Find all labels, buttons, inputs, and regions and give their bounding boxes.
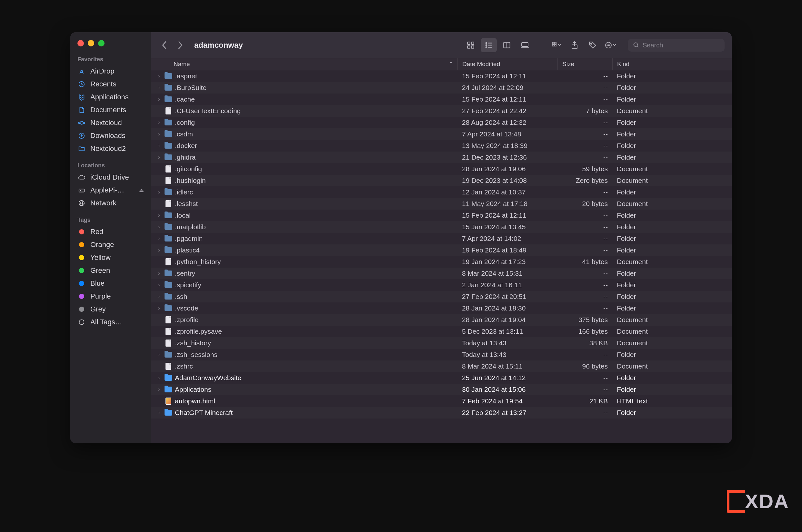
file-row[interactable]: › ChatGPT Minecraft 22 Feb 2024 at 13:27… [151,407,732,418]
disclosure-icon[interactable]: › [156,224,162,230]
sidebar-all-tags[interactable]: All Tags… [70,316,151,328]
disclosure-icon[interactable]: › [156,375,162,381]
sidebar-item-icloud-drive[interactable]: iCloud Drive [70,171,151,184]
gallery-view-button[interactable] [517,38,533,52]
column-view-button[interactable] [499,38,515,52]
sidebar-tag-grey[interactable]: Grey [70,303,151,316]
share-button[interactable] [566,38,583,52]
file-row[interactable]: .CFUserTextEncoding 27 Feb 2024 at 22:42… [151,105,732,117]
file-row[interactable]: › .sentry 8 Mar 2024 at 15:31 -- Folder [151,268,732,279]
disclosure-icon[interactable]: › [156,386,162,393]
disclosure-icon[interactable]: › [156,305,162,311]
file-row[interactable]: › .idlerc 12 Jan 2024 at 10:37 -- Folder [151,186,732,198]
file-size: -- [558,130,612,138]
forward-button[interactable] [173,39,186,52]
sidebar-item-nextcloud2[interactable]: Nextcloud2 [70,142,151,155]
action-menu-button[interactable] [603,38,619,52]
sidebar-tag-green[interactable]: Green [70,264,151,277]
file-row[interactable]: › .pgadmin 7 Apr 2024 at 14:02 -- Folder [151,233,732,244]
file-row[interactable]: › .spicetify 2 Jan 2024 at 16:11 -- Fold… [151,279,732,291]
svg-rect-26 [552,44,554,46]
file-row[interactable]: › .zsh_sessions Today at 13:43 -- Folder [151,349,732,360]
file-list[interactable]: › .aspnet 15 Feb 2024 at 12:11 -- Folder… [151,70,732,443]
eject-icon[interactable]: ⏏ [139,187,144,193]
column-name[interactable]: Name⌃ [151,61,458,68]
fullscreen-window-button[interactable] [98,40,105,46]
list-view-button[interactable] [481,38,497,52]
globe-icon [77,199,86,207]
sidebar-tag-yellow[interactable]: Yellow [70,251,151,264]
disclosure-icon[interactable]: › [156,410,162,416]
file-row[interactable]: .zshrc 8 Mar 2024 at 15:11 96 bytes Docu… [151,360,732,372]
sidebar-tag-purple[interactable]: Purple [70,290,151,303]
file-row[interactable]: › .docker 13 May 2024 at 18:39 -- Folder [151,140,732,152]
column-kind[interactable]: Kind [612,58,732,70]
sidebar-item-documents[interactable]: Documents [70,103,151,116]
disclosure-icon[interactable]: › [156,120,162,126]
disclosure-icon[interactable]: › [156,282,162,288]
file-row[interactable]: › .ssh 27 Feb 2024 at 20:51 -- Folder [151,291,732,302]
search-input[interactable] [642,42,720,49]
file-row[interactable]: › .BurpSuite 24 Jul 2024 at 22:09 -- Fol… [151,82,732,94]
close-window-button[interactable] [77,40,84,46]
file-row[interactable]: .gitconfig 28 Jan 2024 at 19:06 59 bytes… [151,163,732,175]
file-name: .hushlogin [175,177,206,185]
file-row[interactable]: .hushlogin 19 Dec 2023 at 14:08 Zero byt… [151,175,732,186]
file-row[interactable]: › .csdm 7 Apr 2024 at 13:48 -- Folder [151,128,732,140]
svg-point-34 [634,43,638,47]
sidebar-item-network[interactable]: Network [70,197,151,210]
sidebar-item-downloads[interactable]: Downloads [70,129,151,142]
file-row[interactable]: .python_history 19 Jan 2024 at 17:23 41 … [151,256,732,268]
file-row[interactable]: › .matplotlib 15 Jan 2024 at 13:45 -- Fo… [151,221,732,233]
file-row[interactable]: › .local 15 Feb 2024 at 12:11 -- Folder [151,210,732,221]
column-date[interactable]: Date Modified [458,58,558,70]
sidebar-tag-blue[interactable]: Blue [70,277,151,290]
disclosure-icon[interactable]: › [156,131,162,137]
disclosure-icon[interactable]: › [156,143,162,149]
file-row[interactable]: › .vscode 28 Jan 2024 at 18:30 -- Folder [151,302,732,314]
file-row[interactable]: .zprofile.pysave 5 Dec 2023 at 13:11 166… [151,326,732,337]
sidebar-item-nextcloud[interactable]: Nextcloud [70,116,151,129]
file-row[interactable]: › Applications 30 Jan 2024 at 15:06 -- F… [151,384,732,395]
disclosure-icon[interactable]: › [156,212,162,218]
sidebar-tag-red[interactable]: Red [70,225,151,238]
sidebar-item-recents[interactable]: Recents [70,78,151,91]
file-row[interactable]: › .aspnet 15 Feb 2024 at 12:11 -- Folder [151,70,732,82]
tag-button[interactable] [584,38,601,52]
sidebar-item-applepi-[interactable]: ApplePi-…⏏ [70,184,151,197]
file-row[interactable]: .zsh_history Today at 13:43 38 KB Docume… [151,337,732,349]
folder-icon [165,375,172,381]
file-date: 28 Jan 2024 at 18:30 [458,304,558,312]
svg-point-31 [607,45,608,45]
file-row[interactable]: › .ghidra 21 Dec 2023 at 12:36 -- Folder [151,152,732,163]
group-by-button[interactable] [548,38,564,52]
disclosure-icon[interactable]: › [156,270,162,276]
disclosure-icon[interactable]: › [156,352,162,358]
document-icon [166,363,171,370]
document-icon [166,340,171,347]
sidebar-item-applications[interactable]: Applications [70,91,151,103]
disclosure-icon[interactable]: › [156,236,162,242]
column-size[interactable]: Size [558,58,612,70]
file-row[interactable]: › AdamConwayWebsite 25 Jun 2024 at 14:12… [151,372,732,384]
disclosure-icon[interactable]: › [156,154,162,160]
sidebar-item-airdrop[interactable]: AirDrop [70,65,151,78]
file-row[interactable]: .zprofile 28 Jan 2024 at 19:04 375 bytes… [151,314,732,326]
disclosure-icon[interactable]: › [156,85,162,91]
file-row[interactable]: › .plastic4 19 Feb 2024 at 18:49 -- Fold… [151,244,732,256]
file-name: .CFUserTextEncoding [175,107,241,115]
file-row[interactable]: › .config 28 Aug 2024 at 12:32 -- Folder [151,117,732,128]
disclosure-icon[interactable]: › [156,294,162,300]
icon-view-button[interactable] [463,38,479,52]
disclosure-icon[interactable]: › [156,96,162,102]
file-row[interactable]: › .cache 15 Feb 2024 at 12:11 -- Folder [151,94,732,105]
disclosure-icon[interactable]: › [156,189,162,195]
back-button[interactable] [158,39,171,52]
file-row[interactable]: .lesshst 11 May 2024 at 17:18 20 bytes D… [151,198,732,210]
disclosure-icon[interactable]: › [156,247,162,253]
file-row[interactable]: autopwn.html 7 Feb 2024 at 19:54 21 KB H… [151,395,732,407]
disclosure-icon[interactable]: › [156,73,162,79]
sidebar-tag-orange[interactable]: Orange [70,238,151,251]
search-box[interactable] [628,39,725,52]
minimize-window-button[interactable] [88,40,94,46]
